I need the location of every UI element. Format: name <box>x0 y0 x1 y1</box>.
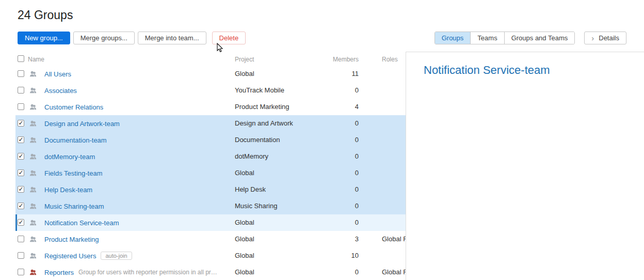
project-cell: Global <box>235 247 254 264</box>
group-icon <box>29 269 37 276</box>
group-icon <box>29 136 37 144</box>
name-cell: Registered Users auto-join <box>44 247 132 264</box>
row-checkbox[interactable] <box>18 269 24 275</box>
group-name-link[interactable]: dotMemory-team <box>44 153 95 161</box>
row-checkbox[interactable]: ✓ <box>18 203 24 209</box>
roles-cell: Global F <box>382 264 407 280</box>
project-cell: Global <box>235 165 254 181</box>
details-button-label: Details <box>599 32 619 44</box>
group-icon <box>29 252 37 259</box>
row-checkbox[interactable]: ✓ <box>18 219 24 226</box>
row-checkbox[interactable]: ✓ <box>18 169 24 176</box>
toolbar: New group... Merge groups... Merge into … <box>18 32 246 44</box>
members-cell: 0 <box>310 132 359 148</box>
group-icon <box>29 236 37 243</box>
table-row[interactable]: Product Marketing Global 3 Global F <box>15 231 406 247</box>
group-icon <box>29 169 37 177</box>
group-name-link[interactable]: Reporters <box>44 269 74 276</box>
group-name-link[interactable]: Design and Artwork-team <box>44 120 120 128</box>
row-checkbox[interactable]: ✓ <box>18 186 24 193</box>
row-checkbox[interactable] <box>18 103 24 110</box>
project-cell: dotMemory <box>235 148 268 165</box>
members-cell: 0 <box>310 115 359 132</box>
view-switcher: Groups Teams Groups and Teams <box>434 32 575 44</box>
group-icon <box>29 153 37 160</box>
project-cell: Music Sharing <box>235 198 277 214</box>
table-row[interactable]: Associates YouTrack Mobile 0 <box>15 82 406 99</box>
view-controls: Groups Teams Groups and Teams › Details <box>434 32 626 44</box>
project-cell: Help Desk <box>235 181 266 198</box>
group-name-link[interactable]: Associates <box>44 87 77 95</box>
members-cell: 0 <box>310 198 359 214</box>
delete-button[interactable]: Delete <box>212 32 246 44</box>
name-cell: Fields Testing-team <box>44 165 102 181</box>
members-cell: 11 <box>310 66 359 82</box>
project-cell: Global <box>235 214 254 231</box>
group-name-link[interactable]: Product Marketing <box>44 236 99 243</box>
select-all-checkbox[interactable] <box>18 55 24 62</box>
group-icon <box>29 87 37 94</box>
project-cell: Global <box>235 231 254 247</box>
table-row[interactable]: Reporters Group for users with reporter … <box>15 264 406 280</box>
project-cell: Product Marketing <box>235 99 289 115</box>
row-checkbox[interactable] <box>18 252 24 259</box>
row-checkbox[interactable] <box>18 70 24 77</box>
name-cell: Documentation-team <box>44 132 107 148</box>
table-row[interactable]: ✓ Notification Service-team Global 0 <box>15 214 406 231</box>
name-cell: dotMemory-team <box>44 148 95 165</box>
table-row[interactable]: All Users Global 11 <box>15 66 406 82</box>
details-panel: Notification Service-team <box>406 52 644 280</box>
group-name-link[interactable]: Registered Users <box>44 252 96 260</box>
group-name-link[interactable]: Notification Service-team <box>44 219 119 227</box>
members-cell: 0 <box>310 165 359 181</box>
table-row[interactable]: ✓ Documentation-team Documentation 0 <box>15 132 406 148</box>
column-header-members: Members <box>310 56 359 63</box>
table-row[interactable]: ✓ dotMemory-team dotMemory 0 <box>15 148 406 165</box>
project-cell: YouTrack Mobile <box>235 82 284 99</box>
members-cell: 3 <box>310 231 359 247</box>
merge-groups-button[interactable]: Merge groups... <box>73 32 135 44</box>
row-checkbox[interactable]: ✓ <box>18 136 24 143</box>
view-tab-teams[interactable]: Teams <box>470 32 504 44</box>
group-name-link[interactable]: All Users <box>44 70 71 78</box>
column-header-name: Name <box>28 56 44 63</box>
table-row[interactable]: ✓ Help Desk-team Help Desk 0 <box>15 181 406 198</box>
table-row[interactable]: ✓ Music Sharing-team Music Sharing 0 <box>15 198 406 214</box>
project-cell: Global <box>235 66 254 82</box>
table-row[interactable]: ✓ Fields Testing-team Global 0 <box>15 165 406 181</box>
groups-table: All Users Global 11 Associates YouTrack … <box>15 66 406 280</box>
table-row[interactable]: Customer Relations Product Marketing 4 <box>15 99 406 115</box>
table-row[interactable]: ✓ Design and Artwork-team Design and Art… <box>15 115 406 132</box>
group-icon <box>29 70 37 77</box>
row-checkbox[interactable]: ✓ <box>18 153 24 160</box>
group-name-link[interactable]: Documentation-team <box>44 136 107 144</box>
name-cell: All Users <box>44 66 71 82</box>
name-cell: Design and Artwork-team <box>44 115 120 132</box>
panel-title: Notification Service-team <box>424 64 550 77</box>
group-name-link[interactable]: Music Sharing-team <box>44 203 104 210</box>
view-tab-groups[interactable]: Groups <box>435 32 471 44</box>
row-checkbox[interactable] <box>18 87 24 94</box>
page-title: 24 Groups <box>18 8 73 22</box>
new-group-button[interactable]: New group... <box>18 32 70 44</box>
merge-into-team-button[interactable]: Merge into team... <box>138 32 206 44</box>
group-name-link[interactable]: Fields Testing-team <box>44 169 102 177</box>
name-cell: Customer Relations <box>44 99 103 115</box>
table-row[interactable]: Registered Users auto-join Global 10 <box>15 247 406 264</box>
members-cell: 4 <box>310 99 359 115</box>
view-tab-groups-and-teams[interactable]: Groups and Teams <box>504 32 575 44</box>
group-name-link[interactable]: Customer Relations <box>44 103 103 111</box>
chevron-right-icon: › <box>591 34 594 42</box>
group-description: Group for users with reporter permission… <box>78 269 217 276</box>
roles-cell: Global F <box>382 231 407 247</box>
row-checkbox[interactable] <box>18 236 24 242</box>
members-cell: 0 <box>310 148 359 165</box>
group-name-link[interactable]: Help Desk-team <box>44 186 92 194</box>
members-cell: 10 <box>310 247 359 264</box>
details-button[interactable]: › Details <box>584 32 626 44</box>
row-checkbox[interactable]: ✓ <box>18 120 24 127</box>
project-cell: Documentation <box>235 132 280 148</box>
group-icon <box>29 219 37 226</box>
members-cell: 0 <box>310 214 359 231</box>
group-icon <box>29 186 37 193</box>
